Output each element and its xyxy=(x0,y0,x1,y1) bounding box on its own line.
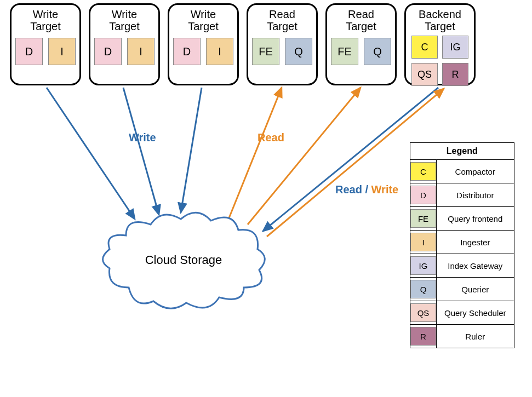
legend-chip-qs: QS xyxy=(410,303,436,322)
legend-label: Query Scheduler xyxy=(437,301,514,325)
component-chip-fe: FE xyxy=(331,38,358,65)
legend-row: IGIndex Gateway xyxy=(410,254,514,278)
label-read: Read xyxy=(258,131,284,144)
component-chip-q: Q xyxy=(364,38,391,65)
write-target: WriteTargetDI xyxy=(10,3,81,85)
legend-chip-i: I xyxy=(410,233,436,251)
target-title: WriteTarget xyxy=(90,8,158,32)
label-read-write: Read / Write xyxy=(335,183,398,196)
component-chip-d: D xyxy=(94,38,122,65)
component-chip-d: D xyxy=(15,38,43,65)
component-chip-d: D xyxy=(173,38,201,65)
legend-label: Compactor xyxy=(437,160,514,183)
legend-chip-r: R xyxy=(410,327,436,346)
label-write: Write xyxy=(129,131,156,144)
write-target: WriteTargetDI xyxy=(89,3,160,85)
target-title: ReadTarget xyxy=(248,8,316,32)
legend-label: Distributor xyxy=(437,183,514,207)
component-chip-i: I xyxy=(127,38,155,65)
target-title: ReadTarget xyxy=(327,8,395,32)
read-target: ReadTargetFEQ xyxy=(325,3,397,85)
legend-table: LegendCCompactorDDistributorFEQuery fron… xyxy=(410,142,514,348)
component-chip-ig: IG xyxy=(442,36,468,59)
legend-chip-d: D xyxy=(410,186,436,204)
legend-title: Legend xyxy=(410,143,514,160)
svg-line-1 xyxy=(123,88,159,215)
component-chip-i: I xyxy=(48,38,76,65)
component-chip-q: Q xyxy=(285,38,312,65)
legend-label: Query frontend xyxy=(437,207,514,231)
legend-chip-q: Q xyxy=(410,280,436,298)
legend-label: Index Gateway xyxy=(437,254,514,278)
read-target: ReadTargetFEQ xyxy=(247,3,318,85)
cloud-label: Cloud Storage xyxy=(145,253,222,267)
legend-label: Ruler xyxy=(437,325,514,348)
legend-row: FEQuery frontend xyxy=(410,207,514,231)
component-chip-i: I xyxy=(206,38,233,65)
legend-row: IIngester xyxy=(410,231,514,254)
legend-chip-c: C xyxy=(410,162,436,181)
legend-row: CCompactor xyxy=(410,160,514,183)
svg-line-2 xyxy=(181,88,202,212)
legend-row: RRuler xyxy=(410,325,514,348)
component-chip-qs: QS xyxy=(411,63,438,86)
svg-line-0 xyxy=(47,88,135,219)
target-title: WriteTarget xyxy=(12,8,79,32)
legend-row: QSQuery Scheduler xyxy=(410,301,514,325)
legend-label: Ingester xyxy=(437,231,514,254)
target-title: BackendTarget xyxy=(406,8,474,32)
legend-row: QQuerier xyxy=(410,278,514,301)
cloud-storage: Cloud Storage xyxy=(96,205,271,315)
backend-target: BackendTargetCIGQSR xyxy=(404,3,476,85)
legend-chip-ig: IG xyxy=(410,256,436,275)
legend-label: Querier xyxy=(437,278,514,301)
component-chip-c: C xyxy=(411,36,438,59)
component-chip-fe: FE xyxy=(252,38,279,65)
component-chip-r: R xyxy=(442,63,468,86)
legend-chip-fe: FE xyxy=(410,209,436,228)
svg-line-3 xyxy=(229,88,282,218)
svg-line-4 xyxy=(248,88,361,225)
write-target: WriteTargetDI xyxy=(168,3,239,85)
target-title: WriteTarget xyxy=(169,8,237,32)
legend-row: DDistributor xyxy=(410,183,514,207)
